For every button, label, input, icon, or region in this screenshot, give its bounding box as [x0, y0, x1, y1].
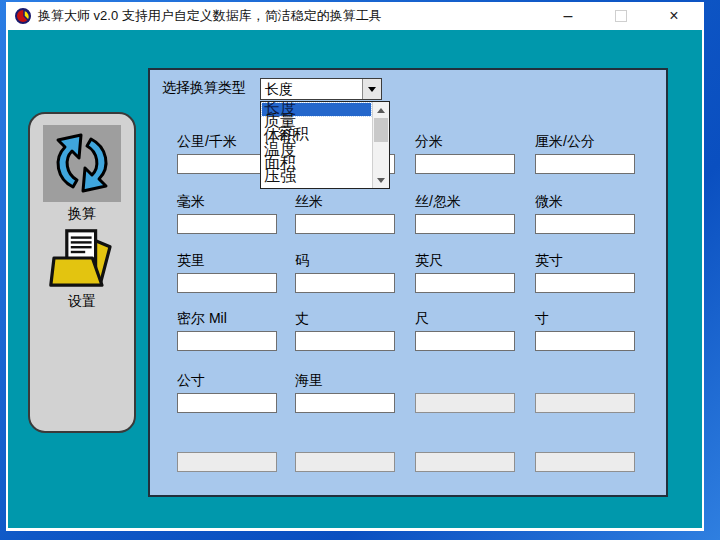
folder-icon — [30, 226, 134, 290]
unit-input[interactable] — [415, 154, 515, 174]
unit-input[interactable] — [415, 214, 515, 234]
chevron-up-icon — [377, 108, 385, 113]
app-window: 换算大师 v2.0 支持用户自定义数据库，简洁稳定的换算工具 – × — [6, 2, 704, 531]
unit-input[interactable] — [415, 331, 515, 351]
field-label: 丈 — [295, 310, 399, 327]
window-title: 换算大师 v2.0 支持用户自定义数据库，简洁稳定的换算工具 — [38, 2, 382, 30]
unit-input-disabled — [415, 393, 515, 413]
field-label: 海里 — [295, 372, 399, 389]
unit-input[interactable] — [177, 273, 277, 293]
conversion-type-listbox: 长度 质量 容积 体积 温度 面积 压强 — [260, 101, 390, 189]
minimize-button[interactable]: – — [546, 3, 590, 29]
listbox-scrollbar[interactable] — [372, 102, 389, 188]
chevron-down-icon — [368, 87, 376, 92]
unit-input[interactable] — [535, 331, 635, 351]
recycle-arrows-icon — [43, 125, 121, 202]
client-area: 换算 设置 — [8, 30, 702, 528]
unit-input[interactable] — [295, 331, 395, 351]
field-label: 丝/忽米 — [415, 193, 519, 210]
title-bar: 换算大师 v2.0 支持用户自定义数据库，简洁稳定的换算工具 – × — [6, 2, 704, 30]
conversion-type-select[interactable]: 长度 — [260, 78, 382, 100]
field-label: 公寸 — [177, 372, 281, 389]
field-label: 英寸 — [535, 252, 639, 269]
settings-button-label: 设置 — [30, 293, 134, 311]
unit-input[interactable] — [535, 273, 635, 293]
field-label: 微米 — [535, 193, 639, 210]
convert-button[interactable]: 换算 — [30, 125, 134, 223]
unit-input-disabled — [535, 452, 635, 472]
scrollbar-thumb[interactable] — [374, 118, 388, 142]
unit-input-disabled — [177, 452, 277, 472]
unit-input-disabled — [415, 452, 515, 472]
field-label: 密尔 Mil — [177, 310, 281, 327]
unit-input[interactable] — [177, 331, 277, 351]
maximize-icon — [615, 10, 627, 22]
field-label: 分米 — [415, 133, 519, 150]
combo-dropdown-button[interactable] — [362, 79, 381, 99]
unit-input[interactable] — [177, 393, 277, 413]
unit-input-disabled — [535, 393, 635, 413]
field-label: 尺 — [415, 310, 519, 327]
settings-button[interactable]: 设置 — [30, 226, 134, 311]
field-label: 丝米 — [295, 193, 399, 210]
unit-input[interactable] — [415, 273, 515, 293]
field-label — [535, 372, 639, 389]
unit-input[interactable] — [295, 273, 395, 293]
convert-button-label: 换算 — [30, 205, 134, 223]
unit-input[interactable] — [177, 214, 277, 234]
field-label: 寸 — [535, 310, 639, 327]
field-label — [415, 372, 519, 389]
unit-input-disabled — [295, 452, 395, 472]
scroll-up-button[interactable] — [373, 103, 389, 117]
sidebar-toolbar: 换算 设置 — [28, 112, 136, 433]
unit-input[interactable] — [535, 154, 635, 174]
chevron-down-icon — [377, 178, 385, 183]
field-label: 英尺 — [415, 252, 519, 269]
combo-selected-value: 长度 — [261, 79, 362, 99]
maximize-button — [599, 3, 643, 29]
field-label: 码 — [295, 252, 399, 269]
desktop-background: 换算大师 v2.0 支持用户自定义数据库，简洁稳定的换算工具 – × — [0, 0, 720, 540]
field-label: 厘米/公分 — [535, 133, 639, 150]
listbox-item[interactable]: 压强 — [264, 168, 296, 184]
field-label: 英里 — [177, 252, 281, 269]
unit-input[interactable] — [295, 214, 395, 234]
unit-input[interactable] — [535, 214, 635, 234]
field-label: 毫米 — [177, 193, 281, 210]
conversion-panel: 选择换算类型 长度 长度 质量 容积 体积 温度 面积 压强 — [148, 68, 668, 497]
type-select-label: 选择换算类型 — [162, 79, 246, 97]
close-button[interactable]: × — [652, 3, 696, 29]
unit-input[interactable] — [295, 393, 395, 413]
app-icon — [15, 7, 33, 25]
scroll-down-button[interactable] — [373, 173, 389, 187]
